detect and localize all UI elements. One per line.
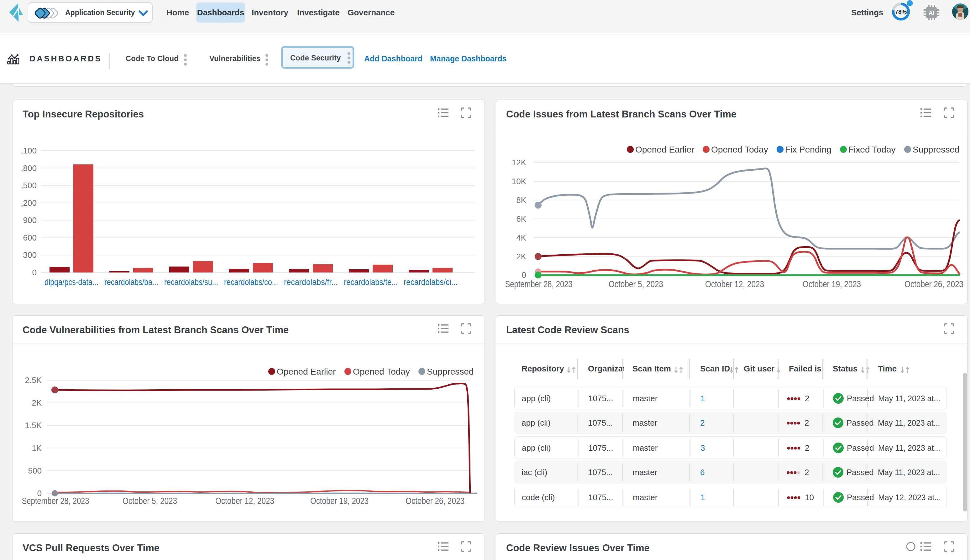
svg-text:Opened Today: Opened Today [711,145,768,154]
svg-text:October 19, 2023: October 19, 2023 [310,496,369,506]
svg-text:500: 500 [28,466,42,475]
svg-text:recardolabs/su...: recardolabs/su... [164,277,218,287]
svg-text:2K: 2K [32,398,42,407]
svg-text:,500: ,500 [21,181,37,190]
svg-text:dlpqa/pcs-data...: dlpqa/pcs-data... [45,277,99,287]
svg-text:October 5, 2023: October 5, 2023 [122,496,177,506]
svg-text:8K: 8K [516,195,526,205]
svg-text:October 26, 2023: October 26, 2023 [905,279,963,289]
svg-text:October 12, 2023: October 12, 2023 [705,279,764,289]
svg-text:0: 0 [32,268,37,277]
svg-text:October 12, 2023: October 12, 2023 [215,496,274,506]
svg-text:10K: 10K [512,177,526,186]
svg-text:Suppressed: Suppressed [427,367,474,377]
svg-text:September 28, 2023: September 28, 2023 [22,496,89,506]
svg-text:Opened Today: Opened Today [353,367,410,377]
svg-text:2K: 2K [516,252,526,261]
svg-text:recardolabs/ba...: recardolabs/ba... [104,277,158,287]
svg-text:4K: 4K [516,233,526,242]
svg-text:2.5K: 2.5K [25,375,42,385]
svg-text:300: 300 [23,250,37,260]
svg-text:recardolabs/fr...: recardolabs/fr... [284,277,338,287]
svg-text:recardolabs/te...: recardolabs/te... [344,277,398,287]
svg-text:12K: 12K [512,158,526,167]
svg-text:Suppressed: Suppressed [913,145,959,154]
svg-text:Fix Pending: Fix Pending [785,145,831,154]
svg-text:,200: ,200 [21,198,37,208]
svg-text:1.5K: 1.5K [25,421,42,430]
svg-text:6K: 6K [516,214,526,223]
svg-text:78%: 78% [895,8,907,15]
svg-text:,800: ,800 [21,163,37,173]
svg-text:,100: ,100 [21,146,37,155]
svg-text:600: 600 [23,233,37,242]
svg-text:October 19, 2023: October 19, 2023 [803,279,861,289]
svg-text:Opened Earlier: Opened Earlier [635,145,694,154]
svg-text:0: 0 [522,270,526,280]
svg-text:Opened Earlier: Opened Earlier [277,367,336,377]
svg-text:900: 900 [23,215,37,225]
svg-text:recardolabs/co...: recardolabs/co... [224,277,278,287]
svg-text:October 5, 2023: October 5, 2023 [609,279,663,289]
svg-text:AI: AI [928,10,934,16]
svg-text:recardolabs/ci...: recardolabs/ci... [404,277,457,287]
svg-text:September 28, 2023: September 28, 2023 [505,279,573,289]
svg-text:Fixed Today: Fixed Today [848,145,895,154]
svg-text:1K: 1K [32,443,42,453]
svg-text:October 26, 2023: October 26, 2023 [406,496,464,506]
